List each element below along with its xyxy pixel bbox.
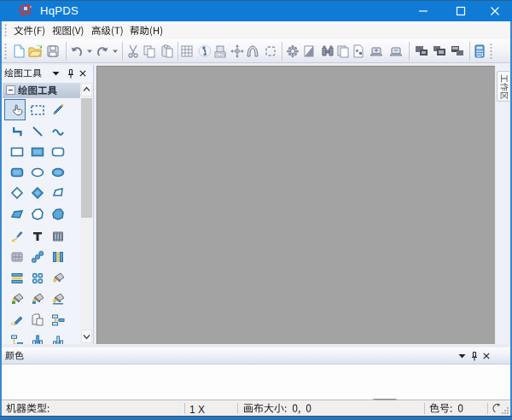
svg-text:ICON: ICON <box>216 53 225 57</box>
